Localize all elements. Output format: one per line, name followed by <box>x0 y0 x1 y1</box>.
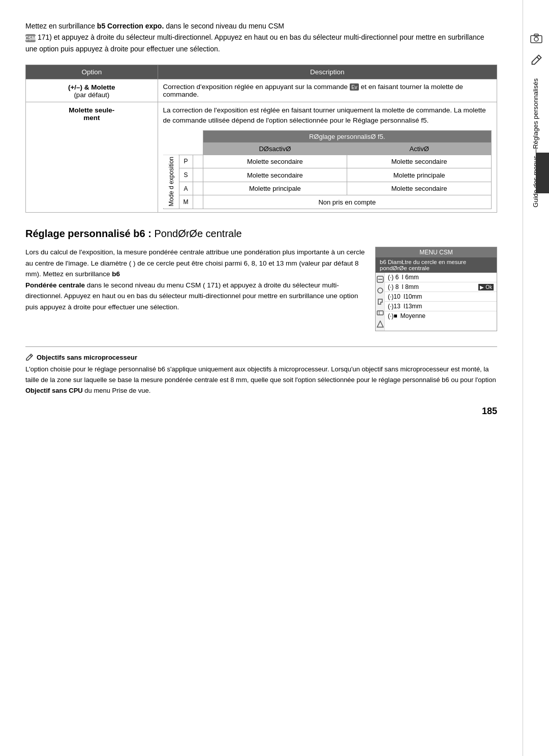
desc-intro: La correction de l'exposition est réglée… <box>163 105 492 126</box>
menu-csm-items: (·) 6 I 6mm (·) 8 I 8mm ▶ Ok (·)10 I10mm… <box>385 273 497 331</box>
option-icon-3: (·)10 <box>388 293 401 300</box>
table-row: Molette seule- ment La correction de l'e… <box>26 102 497 213</box>
option-label-3: I10mm <box>404 293 422 300</box>
note-section: Objectifs sans microprocesseur L'option … <box>25 346 497 396</box>
mode-p: P <box>179 155 193 168</box>
page-number: 185 <box>25 406 497 417</box>
menu-csm-icons <box>376 273 385 331</box>
highlighted-label: b6 DiamŁtre du cercle en mesure pondØrØe… <box>380 259 493 271</box>
option-cell-1: (+/–) & Molette (par défaut) <box>26 79 158 102</box>
col-header-option: Option <box>26 65 158 79</box>
table-row: S Molette secondaire Molette principale <box>163 168 491 182</box>
svg-line-10 <box>30 355 32 357</box>
option-icon-1: (·) 6 <box>388 274 399 281</box>
mode-a: A <box>179 182 193 195</box>
col-header-description: Description <box>158 65 497 79</box>
sidebar-tab <box>536 153 549 193</box>
option-label-1: I 6mm <box>402 274 418 281</box>
reglage-header: RØglage personnalisØ f5. <box>203 130 491 142</box>
table-row: M Non pris en compte <box>163 195 491 209</box>
row-p-col2: Molette secondaire <box>347 155 492 168</box>
mode-m: M <box>179 195 193 209</box>
csm-icon: CSM <box>25 34 36 42</box>
sidebar-icon-pencil <box>528 52 544 68</box>
menu-csm-header: MENU CSM <box>376 247 497 257</box>
row-m-noprise: Non pris en compte <box>203 195 491 209</box>
b6-paragraph: Lors du calcul de l'exposition, la mesur… <box>25 247 365 313</box>
option-label-2: Molette seule- <box>69 106 114 114</box>
note-bold-end: Objectif sans CPU <box>25 387 83 394</box>
svg-text:Ev: Ev <box>351 84 357 90</box>
menu-option-2[interactable]: (·) 8 I 8mm ▶ Ok <box>385 282 497 292</box>
intro-text3: 171) et appuyez à droite du sélecteur mu… <box>25 33 484 52</box>
icon-item-2 <box>376 285 385 296</box>
row-s-col1: Molette secondaire <box>203 168 347 182</box>
menu-option-1[interactable]: (·) 6 I 6mm <box>385 273 497 282</box>
svg-rect-13 <box>534 34 538 36</box>
svg-text:CSM: CSM <box>25 36 36 41</box>
desc-cell-2: La correction de l'exposition est réglée… <box>158 102 497 213</box>
option-label-5: Moyenne <box>401 312 425 319</box>
intro-bold: b5 Correction expo. <box>97 22 164 30</box>
icon-item-1 <box>376 274 385 285</box>
title-normal: PondØrØe centrale <box>151 228 242 239</box>
sidebar: Guide des menus—Réglages personnalisés <box>523 0 549 756</box>
note-text: L'option choisie pour le réglage personn… <box>25 364 497 396</box>
option-label-4: I13mm <box>404 303 422 310</box>
svg-rect-7 <box>377 311 383 315</box>
row-s-col2: Molette principale <box>347 168 492 182</box>
reglage-table: RØglage personnalisØ f5. DØsactivØ Activ… <box>163 130 492 209</box>
option-label-1: (+/–) & Molette <box>68 83 115 91</box>
note-text-end: du menu Prise de vue. <box>83 387 151 394</box>
note-body: L'option choisie pour le réglage personn… <box>25 365 496 384</box>
row-p-col1: Molette secondaire <box>203 155 347 168</box>
row-a-col1: Molette principale <box>203 182 347 195</box>
reglage-header-row: RØglage personnalisØ f5. <box>163 130 491 142</box>
intro-text2: dans le second niveau du menu CSM <box>164 22 284 30</box>
inner-section: La correction de l'exposition est réglée… <box>163 105 492 209</box>
svg-point-12 <box>534 37 538 41</box>
menu-csm-box: MENU CSM b6 DiamŁtre du cercle en mesure… <box>375 247 497 331</box>
b6-bold-ponderee: Pondérée centrale <box>25 281 85 289</box>
main-content: Mettez en surbrillance b5 Correction exp… <box>0 0 523 756</box>
note-title: Objectifs sans microprocesseur <box>25 353 497 361</box>
svg-rect-11 <box>531 36 542 43</box>
svg-marker-9 <box>377 321 383 327</box>
ok-badge: ▶ Ok <box>478 284 494 290</box>
icon-item-3 <box>376 296 385 307</box>
mode-s: S <box>179 168 193 182</box>
reglage-subheader-row: DØsactivØ ActivØ <box>163 142 491 155</box>
b6-para-text: Lors du calcul de l'exposition, la mesur… <box>25 248 365 278</box>
b6-bold-b6: b6 <box>112 270 120 278</box>
exposure-icon: Ev <box>350 83 359 91</box>
table-row: Mode d exposition P Molette secondaire M… <box>163 155 491 168</box>
menu-csm-highlighted-item: b6 DiamŁtre du cercle en mesure pondØrØe… <box>376 257 497 273</box>
sidebar-icon-camera <box>528 31 544 47</box>
note-title-text: Objectifs sans microprocesseur <box>37 354 137 361</box>
row-a-col2: Molette secondaire <box>347 182 492 195</box>
reglage-col2: ActivØ <box>347 142 492 155</box>
menu-csm-body: (·) 6 I 6mm (·) 8 I 8mm ▶ Ok (·)10 I10mm… <box>376 273 497 331</box>
svg-line-14 <box>537 57 539 60</box>
option-label-2b: ment <box>83 114 100 122</box>
mode-label: Mode d exposition <box>163 155 179 209</box>
pencil-icon <box>25 353 34 361</box>
option-icon-4: (·)13 <box>388 303 401 310</box>
desc-text-1: Correction d'exposition réglée en appuya… <box>163 83 348 91</box>
menu-option-5[interactable]: (·)■ Moyenne <box>385 311 497 321</box>
intro-text1: Mettez en surbrillance <box>25 22 97 30</box>
reglage-col1: DØsactivØ <box>203 142 347 155</box>
table-row: (+/–) & Molette (par défaut) Correction … <box>26 79 497 102</box>
svg-point-6 <box>378 288 383 293</box>
menu-option-3[interactable]: (·)10 I10mm <box>385 292 497 302</box>
icon-item-4 <box>376 307 385 318</box>
title-bold: Réglage personnalisé b6 : <box>25 228 151 239</box>
option-label-2: I 8mm <box>402 283 418 290</box>
b6-content: Lors du calcul de l'exposition, la mesur… <box>25 247 497 331</box>
option-icon-5: (·)■ <box>388 312 398 319</box>
option-icon-2: (·) 8 <box>388 283 399 290</box>
icon-item-5 <box>376 318 385 330</box>
b6-text: Lors du calcul de l'exposition, la mesur… <box>25 247 365 331</box>
menu-option-4[interactable]: (·)13 I13mm <box>385 302 497 311</box>
options-table: Option Description (+/–) & Molette (par … <box>25 65 497 213</box>
